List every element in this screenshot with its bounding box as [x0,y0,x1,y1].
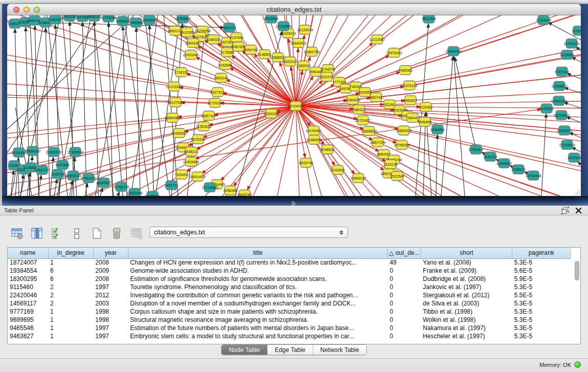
cell-title[interactable]: Tourette syndrome. Phenomenology and cla… [128,283,387,291]
network-node[interactable]: 10688609 [361,126,377,136]
network-node[interactable]: 8811304 [422,15,436,23]
cell-in_degree[interactable]: 2 [48,299,93,308]
cell-name[interactable]: 9699695 [8,316,48,324]
network-node[interactable]: 1225439 [572,26,581,35]
cell-in_degree[interactable]: 2 [48,283,93,291]
network-node[interactable]: 19854923 [396,126,411,135]
float-window-icon[interactable] [561,207,569,214]
network-node[interactable]: 9245023 [511,165,525,174]
network-node[interactable]: 16640910 [290,38,306,48]
network-node[interactable]: 17957293 [80,173,96,183]
network-node[interactable]: 20206576 [46,147,61,157]
network-node[interactable]: 16095817 [96,178,112,187]
network-node[interactable]: 1621072 [319,72,333,81]
network-node[interactable]: 7485063 [398,65,412,75]
cell-name[interactable]: 22420046 [8,291,48,299]
network-node[interactable]: 8922037 [283,57,297,66]
cell-title[interactable]: Estimation of the future numbers of pati… [128,324,387,332]
new-column-icon[interactable] [90,227,103,240]
cell-short[interactable]: Wolkin et al. (1998) [421,316,512,324]
cell-out_degree[interactable]: 0 [387,267,421,275]
network-node[interactable]: 12923446 [126,188,142,196]
cell-short[interactable]: Hescheler et al. (1997) [421,332,512,340]
cell-short[interactable]: de Silva et al. (2003) [421,299,512,308]
network-node[interactable]: 6615745 [299,158,313,167]
network-node[interactable]: 8454749 [244,45,257,54]
network-node[interactable]: 9056466 [223,186,237,195]
cell-out_degree[interactable]: 0 [387,299,421,308]
network-node[interactable]: 18300295 [263,109,279,118]
table-scrollbar-thumb[interactable] [575,261,579,280]
network-node[interactable]: 16914479 [189,172,205,181]
cell-pagerank[interactable]: 5.3E-5 [512,316,571,324]
network-node[interactable]: 9699695 [418,117,431,126]
network-node[interactable]: 2522544 [390,171,404,181]
network-node[interactable]: 9115460 [419,102,433,112]
unselect-all-columns-icon[interactable] [70,227,83,240]
table-row[interactable]: 1938455462009Genome-wide association stu… [8,267,571,275]
network-node[interactable]: 9699697 [142,15,156,25]
cell-short[interactable]: Jankovic et al. (1997) [421,283,512,291]
cell-title[interactable]: Investigating the contribution of common… [128,291,387,299]
cell-out_degree[interactable]: 0 [387,275,421,283]
network-node[interactable]: 18107533 [167,98,183,107]
cell-title[interactable]: Disruption of a novel member of a sodium… [128,299,387,308]
cell-in_degree[interactable]: 1 [48,332,93,340]
resize-grip-icon[interactable] [573,188,580,195]
cell-in_degree[interactable]: 2 [48,291,93,299]
attribute-table[interactable]: namein_degreeyeartitle△ out_de...shortpa… [7,247,581,344]
cell-in_degree[interactable]: 6 [48,275,93,283]
network-node[interactable]: 12975125 [401,81,417,90]
cell-short[interactable]: Tibbo et al. (1998) [421,308,512,316]
cell-year[interactable]: 1997 [93,332,128,340]
network-node[interactable]: 12093822 [551,81,567,91]
close-panel-icon[interactable] [575,207,582,214]
cell-year[interactable]: 1997 [93,283,128,291]
cell-name[interactable]: 9777169 [8,308,48,316]
column-header-short[interactable]: short [421,248,512,258]
cell-in_degree[interactable]: 1 [48,324,93,332]
cell-year[interactable]: 2003 [93,299,128,308]
cell-year[interactable]: 1997 [93,324,128,332]
network-node[interactable]: 16961758 [303,47,319,56]
cell-name[interactable]: 18724007 [8,258,48,267]
network-node[interactable]: 17016504 [559,140,575,149]
network-node[interactable]: 12213987 [369,35,385,44]
select-all-columns-icon[interactable] [50,227,63,240]
network-node[interactable]: 15134451 [306,126,321,135]
cell-year[interactable]: 2009 [93,267,128,275]
cell-year[interactable]: 1998 [93,308,128,316]
column-header-name[interactable]: name [8,248,48,258]
cell-pagerank[interactable]: 5.3E-5 [512,283,571,291]
network-node[interactable]: 6466161 [87,15,101,21]
network-node[interactable]: 12409948 [183,157,199,166]
column-visibility-icon[interactable] [30,227,43,240]
network-node[interactable]: 6615743 [237,190,251,196]
network-node[interactable]: 18724007 [288,101,303,111]
network-node[interactable]: 62160 [384,100,395,109]
cell-out_degree[interactable]: 49 [387,258,421,267]
cell-out_degree[interactable]: 0 [387,283,421,291]
network-node[interactable]: 8878334 [191,135,205,144]
table-mode-icon[interactable] [10,227,24,240]
cell-pagerank[interactable]: 5.3E-5 [512,258,571,267]
table-row[interactable]: 969969511998Structural magnetic resonanc… [8,316,571,324]
table-row[interactable]: 2242004622012Investigating the contribut… [8,291,571,299]
network-node[interactable]: 22420046 [183,50,199,59]
network-node[interactable]: 1167534 [568,153,581,162]
network-node[interactable]: 8170034 [208,98,222,107]
network-node[interactable]: 9046522 [320,145,334,154]
table-row[interactable]: 946362711997Embryonic stem cells: a mode… [8,332,571,340]
cell-out_degree[interactable]: 0 [387,291,421,299]
cell-title[interactable]: Changes of HCN gene expression and I(f) … [128,258,387,267]
network-node[interactable]: 8427512 [210,87,224,97]
network-node[interactable]: 16094422 [496,159,512,168]
delete-column-icon[interactable] [110,227,123,240]
cell-in_degree[interactable]: 1 [48,316,93,324]
table-row[interactable]: 946554611997Estimation of the future num… [8,324,571,332]
network-window-titlebar[interactable]: citations_edges.txt [7,4,581,15]
network-node[interactable]: 12444154 [551,96,567,105]
network-node[interactable]: 19654985 [164,113,180,122]
cell-name[interactable]: 18300295 [8,275,48,283]
network-node[interactable]: 19218986 [275,21,291,31]
